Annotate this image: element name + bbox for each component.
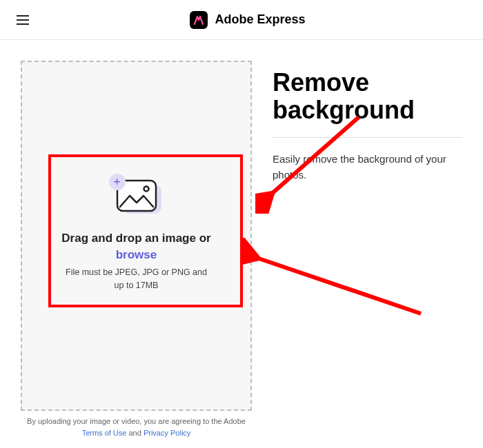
legal-prefix: By uploading your image or video, you ar… bbox=[27, 417, 246, 425]
browse-link[interactable]: browse bbox=[116, 248, 157, 262]
terms-of-use-link[interactable]: Terms of Use bbox=[82, 429, 127, 437]
image-upload-icon: + bbox=[116, 179, 157, 215]
plus-icon: + bbox=[109, 174, 126, 190]
description-panel: Remove background Easily remove the back… bbox=[273, 61, 462, 411]
page-subtitle: Easily remove the background of your pho… bbox=[273, 152, 462, 183]
legal-and: and bbox=[126, 429, 143, 437]
dropzone-hint: File must be JPEG, JPG or PNG and up to … bbox=[61, 266, 213, 292]
divider bbox=[273, 137, 462, 138]
product-name: Adobe Express bbox=[215, 12, 305, 27]
app-header: Adobe Express bbox=[0, 0, 483, 40]
page-title: Remove background bbox=[273, 69, 462, 123]
legal-footer: By uploading your image or video, you ar… bbox=[0, 416, 273, 438]
upload-dropzone[interactable]: + Drag and drop an image or browse File … bbox=[21, 61, 252, 411]
adobe-express-icon bbox=[190, 11, 208, 29]
product-logo[interactable]: Adobe Express bbox=[190, 11, 305, 29]
main-content: + Drag and drop an image or browse File … bbox=[0, 40, 483, 411]
menu-icon[interactable] bbox=[17, 15, 29, 25]
privacy-policy-link[interactable]: Privacy Policy bbox=[144, 429, 190, 437]
dropzone-title: Drag and drop an image or bbox=[61, 232, 210, 245]
